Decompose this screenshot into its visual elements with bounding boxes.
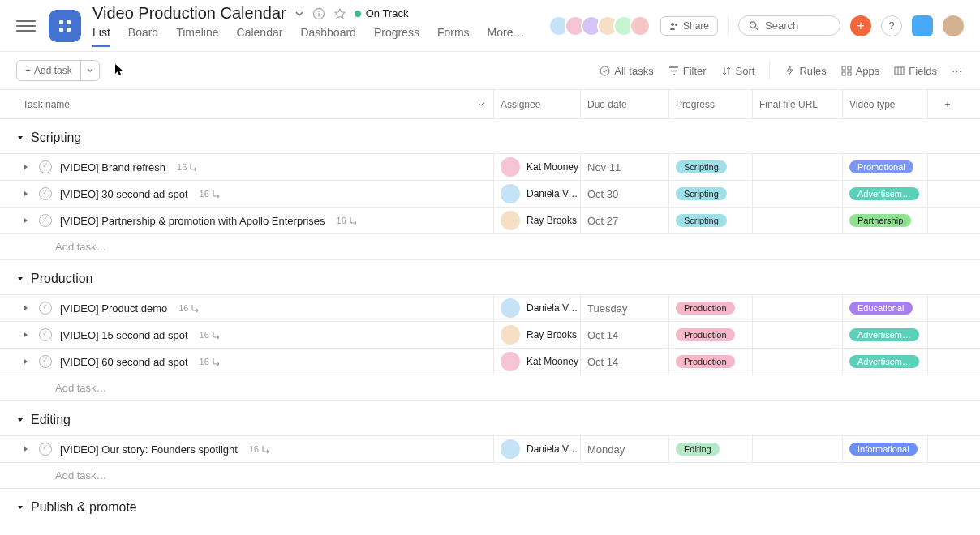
status-pill[interactable]: On Track bbox=[355, 7, 409, 19]
task-row[interactable]: [VIDEO] 30 second ad spot 16 Daniela Var… bbox=[0, 180, 980, 207]
file-url-cell[interactable] bbox=[753, 295, 843, 321]
file-url-cell[interactable] bbox=[753, 208, 843, 233]
assignee-cell[interactable]: Daniela Var… bbox=[494, 295, 581, 321]
current-user-avatar[interactable] bbox=[943, 15, 964, 36]
complete-task-checkbox[interactable] bbox=[39, 328, 52, 341]
video-type-cell[interactable]: Advertisem… bbox=[843, 349, 928, 374]
column-assignee[interactable]: Assignee bbox=[494, 90, 581, 118]
complete-task-checkbox[interactable] bbox=[39, 214, 52, 227]
add-column-button[interactable]: + bbox=[928, 90, 961, 118]
task-row[interactable]: [VIDEO] 15 second ad spot 16 Ray Brooks … bbox=[0, 321, 980, 348]
file-url-cell[interactable] bbox=[753, 349, 843, 374]
task-row[interactable]: [VIDEO] Our story: Founders spotlight 16… bbox=[0, 435, 980, 462]
all-tasks-button[interactable]: All tasks bbox=[600, 65, 653, 77]
expand-subtasks-icon[interactable] bbox=[23, 358, 31, 365]
section-header[interactable]: Scripting bbox=[0, 119, 980, 153]
progress-cell[interactable]: Scripting bbox=[669, 208, 753, 233]
tab-progress[interactable]: Progress bbox=[374, 26, 419, 47]
section-header[interactable]: Publish & promote bbox=[0, 489, 980, 523]
info-icon[interactable] bbox=[312, 7, 325, 20]
section-collapse-icon[interactable] bbox=[16, 275, 24, 283]
file-url-cell[interactable] bbox=[753, 322, 843, 348]
column-final-file-url[interactable]: Final file URL bbox=[753, 90, 843, 118]
progress-cell[interactable]: Scripting bbox=[669, 154, 753, 180]
task-row[interactable]: [VIDEO] 60 second ad spot 16 Kat Mooney … bbox=[0, 348, 980, 374]
expand-subtasks-icon[interactable] bbox=[23, 190, 31, 197]
complete-task-checkbox[interactable] bbox=[39, 187, 52, 200]
search-input[interactable] bbox=[765, 19, 830, 32]
tab-more[interactable]: More… bbox=[488, 26, 525, 47]
complete-task-checkbox[interactable] bbox=[39, 355, 52, 368]
assignee-cell[interactable]: Ray Brooks bbox=[494, 208, 581, 233]
tab-dashboard[interactable]: Dashboard bbox=[300, 26, 356, 47]
complete-task-checkbox[interactable] bbox=[39, 160, 52, 173]
due-date-cell[interactable]: Oct 14 bbox=[581, 322, 669, 348]
expand-subtasks-icon[interactable] bbox=[23, 446, 31, 452]
chevron-down-icon[interactable] bbox=[294, 9, 304, 19]
section-collapse-icon[interactable] bbox=[16, 416, 24, 424]
assignee-cell[interactable]: Ray Brooks bbox=[494, 322, 581, 348]
due-date-cell[interactable]: Tuesday bbox=[581, 295, 669, 321]
add-task-inline[interactable]: Add task… bbox=[0, 462, 980, 489]
tab-forms[interactable]: Forms bbox=[437, 26, 470, 47]
tab-timeline[interactable]: Timeline bbox=[176, 26, 218, 47]
due-date-cell[interactable]: Oct 27 bbox=[581, 208, 669, 233]
file-url-cell[interactable] bbox=[753, 154, 843, 180]
due-date-cell[interactable]: Oct 30 bbox=[581, 181, 669, 207]
progress-cell[interactable]: Editing bbox=[669, 436, 753, 462]
fields-button[interactable]: Fields bbox=[894, 65, 937, 77]
tab-list[interactable]: List bbox=[92, 26, 110, 47]
file-url-cell[interactable] bbox=[753, 181, 843, 207]
assignee-cell[interactable]: Daniela Var… bbox=[494, 436, 581, 462]
help-button[interactable]: ? bbox=[881, 15, 902, 36]
video-type-cell[interactable]: Informational bbox=[843, 436, 928, 462]
expand-subtasks-icon[interactable] bbox=[23, 332, 31, 338]
video-type-cell[interactable]: Partnership bbox=[843, 208, 928, 233]
column-due-date[interactable]: Due date bbox=[581, 90, 669, 118]
file-url-cell[interactable] bbox=[753, 436, 843, 462]
search-box[interactable] bbox=[738, 15, 840, 36]
video-type-cell[interactable]: Promotional bbox=[843, 154, 928, 180]
apps-button[interactable]: Apps bbox=[841, 65, 880, 77]
expand-subtasks-icon[interactable] bbox=[23, 305, 31, 311]
assignee-cell[interactable]: Kat Mooney bbox=[494, 349, 581, 374]
due-date-cell[interactable]: Nov 11 bbox=[581, 154, 669, 180]
add-task-dropdown[interactable] bbox=[81, 61, 99, 80]
global-add-button[interactable]: + bbox=[850, 15, 871, 36]
add-task-inline[interactable]: Add task… bbox=[0, 374, 980, 401]
add-task-inline[interactable]: Add task… bbox=[0, 233, 980, 260]
column-video-type[interactable]: Video type bbox=[843, 90, 928, 118]
project-icon[interactable] bbox=[49, 10, 81, 42]
app-switcher-button[interactable] bbox=[912, 15, 933, 36]
section-header[interactable]: Production bbox=[0, 260, 980, 294]
column-progress[interactable]: Progress bbox=[669, 90, 753, 118]
section-header[interactable]: Editing bbox=[0, 401, 980, 435]
progress-cell[interactable]: Production bbox=[669, 349, 753, 374]
tab-calendar[interactable]: Calendar bbox=[237, 26, 283, 47]
share-button[interactable]: Share bbox=[660, 16, 718, 36]
complete-task-checkbox[interactable] bbox=[39, 443, 52, 456]
more-options-button[interactable]: ⋯ bbox=[952, 65, 964, 77]
progress-cell[interactable]: Production bbox=[669, 295, 753, 321]
assignee-cell[interactable]: Daniela Var… bbox=[494, 181, 581, 207]
video-type-cell[interactable]: Educational bbox=[843, 295, 928, 321]
due-date-cell[interactable]: Oct 14 bbox=[581, 349, 669, 374]
menu-toggle-icon[interactable] bbox=[16, 16, 36, 36]
assignee-cell[interactable]: Kat Mooney bbox=[494, 154, 581, 180]
section-collapse-icon[interactable] bbox=[16, 134, 24, 142]
video-type-cell[interactable]: Advertisem… bbox=[843, 322, 928, 348]
rules-button[interactable]: Rules bbox=[784, 65, 826, 77]
due-date-cell[interactable]: Monday bbox=[581, 436, 669, 462]
column-task-name[interactable]: Task name bbox=[16, 90, 494, 118]
expand-subtasks-icon[interactable] bbox=[23, 217, 31, 224]
task-row[interactable]: [VIDEO] Partnership & promotion with Apo… bbox=[0, 207, 980, 233]
task-row[interactable]: [VIDEO] Brand refresh 16 Kat Mooney Nov … bbox=[0, 153, 980, 180]
expand-subtasks-icon[interactable] bbox=[23, 164, 31, 170]
video-type-cell[interactable]: Advertisem… bbox=[843, 181, 928, 207]
section-collapse-icon[interactable] bbox=[16, 503, 24, 511]
sort-button[interactable]: Sort bbox=[721, 65, 755, 77]
add-task-button[interactable]: +Add task bbox=[16, 60, 100, 81]
complete-task-checkbox[interactable] bbox=[39, 302, 52, 315]
member-avatars[interactable] bbox=[553, 15, 651, 36]
filter-button[interactable]: Filter bbox=[668, 65, 707, 77]
